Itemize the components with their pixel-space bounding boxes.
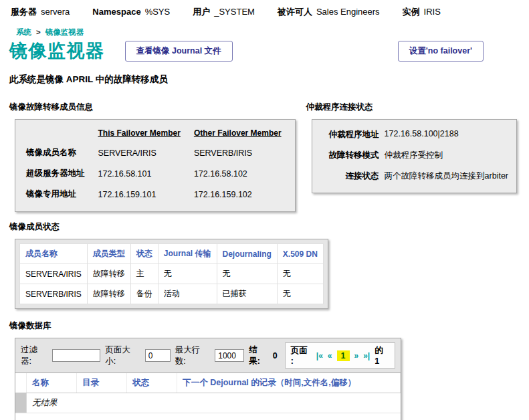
page-size-label: 页面大小: xyxy=(105,344,140,367)
topbar-user-value: _SYSTEM xyxy=(214,7,255,17)
table-row: 镜像成员名称 SERVERA/IRIS SERVERB/IRIS xyxy=(19,142,288,163)
failover-this-value: SERVERA/IRIS xyxy=(92,142,187,163)
topbar-instance-label: 实例 xyxy=(403,7,420,17)
member-col-status: 状态 xyxy=(130,244,158,264)
failover-this-value: 172.16.159.101 xyxy=(92,184,187,205)
member-col-dejournaling: Dejournaling xyxy=(217,244,277,264)
breadcrumb-separator-icon: > xyxy=(36,28,41,36)
topbar-namespace-label: Namespace xyxy=(92,7,140,17)
mirror-databases-title: 镜像数据库 xyxy=(9,320,529,332)
topbar-user-label: 用户 xyxy=(193,7,210,17)
member-col-type: 成员类型 xyxy=(87,244,130,264)
topbar-instance: 实例IRIS xyxy=(403,6,441,18)
db-col-next-dejournal-link[interactable]: 下一个 Dejournal 的记录（时间,文件名,偏移） xyxy=(183,378,356,387)
filter-label: 过滤器: xyxy=(21,344,47,367)
set-no-failover-button[interactable]: 设置'no failover' xyxy=(398,41,484,62)
page-title: 镜像监视器 xyxy=(9,39,105,63)
view-mirror-journal-button[interactable]: 查看镜像 Journal 文件 xyxy=(125,41,233,62)
member-col-status-link[interactable]: 状态 xyxy=(136,249,152,258)
failover-mode-value: 仲裁程序受控制 xyxy=(385,150,443,161)
db-col-status: 状态 xyxy=(127,373,177,393)
failover-row-label: 镜像成员名称 xyxy=(19,142,92,163)
arbiter-address-value: 172.16.58.100|2188 xyxy=(385,129,459,140)
member-status-cell: 主 xyxy=(130,264,158,284)
member-col-journal-transfer-link[interactable]: Journal 传输 xyxy=(164,249,211,258)
failover-corner-cell xyxy=(19,124,92,142)
member-col-x509-link[interactable]: X.509 DN xyxy=(283,249,318,259)
failover-mode-row: 故障转移模式 仲裁程序受控制 xyxy=(320,150,508,161)
topbar: 服务器servera Namespace%SYS 用户_SYSTEM 被许可人S… xyxy=(0,0,529,23)
member-status-section: 镜像成员状态 成员名称 成员类型 状态 Journal 传输 Dejournal… xyxy=(0,221,529,311)
topbar-instance-value: IRIS xyxy=(424,7,441,17)
page-label: 页面 : xyxy=(291,345,312,366)
page-of-total: 的 1 xyxy=(375,345,389,366)
failover-info-table: This Failover Member Other Failover Memb… xyxy=(19,124,288,205)
member-x509-cell: 无 xyxy=(277,264,323,284)
max-rows-input[interactable] xyxy=(215,349,244,362)
member-col-name-link[interactable]: 成员名称 xyxy=(25,249,58,258)
topbar-server-label: 服务器 xyxy=(11,7,37,17)
next-page-icon[interactable]: » xyxy=(354,351,359,360)
prev-page-icon[interactable]: « xyxy=(328,351,332,360)
member-col-type-link[interactable]: 成员类型 xyxy=(93,249,125,258)
arbiter-address-row: 仲裁程序地址 172.16.58.100|2188 xyxy=(320,129,508,140)
member-col-dejournaling-link[interactable]: Dejournaling xyxy=(223,249,272,259)
table-row: SERVERB/IRIS 故障转移 备份 活动 已捕获 无 xyxy=(20,284,324,304)
databases-header-row: 名称 目录 状态 下一个 Dejournal 的记录（时间,文件名,偏移） xyxy=(15,373,401,393)
breadcrumb-system-link[interactable]: 系统 xyxy=(16,28,31,36)
filter-input[interactable] xyxy=(52,349,100,362)
db-col-name: 名称 xyxy=(27,373,77,393)
failover-row-label: 超级服务器地址 xyxy=(19,163,92,184)
max-rows-label: 最大行数: xyxy=(175,344,211,367)
topbar-server: 服务器servera xyxy=(11,6,70,18)
failover-col-other: Other Failover Member xyxy=(187,124,288,142)
member-type-cell: 故障转移 xyxy=(87,284,130,304)
table-row: 镜像专用地址 172.16.159.101 172.16.159.102 xyxy=(19,184,288,205)
member-status-cell: 备份 xyxy=(130,284,158,304)
current-page-number: 1 xyxy=(337,350,350,361)
db-col-directory-link[interactable]: 目录 xyxy=(82,378,99,387)
arbiter-section: 仲裁程序连接状态 仲裁程序地址 172.16.58.100|2188 故障转移模… xyxy=(306,92,517,193)
failover-mode-label: 故障转移模式 xyxy=(320,150,379,161)
table-row: 超级服务器地址 172.16.58.101 172.16.58.102 xyxy=(19,163,288,184)
topbar-server-value: servera xyxy=(41,7,70,17)
member-status-table: 成员名称 成员类型 状态 Journal 传输 Dejournaling X.5… xyxy=(19,243,324,304)
member-status-title: 镜像成员状态 xyxy=(9,221,529,233)
table-row: SERVERA/IRIS 故障转移 主 无 无 无 xyxy=(20,264,324,284)
no-results-text: 无结果 xyxy=(27,393,401,413)
failover-col-this: This Failover Member xyxy=(92,124,187,142)
failover-this-value: 172.16.58.101 xyxy=(92,163,187,184)
member-col-x509: X.509 DN xyxy=(277,244,323,264)
connection-status-row: 连接状态 两个故障转移成员均连接到arbiter xyxy=(320,171,508,182)
breadcrumb-mirror-monitor-link[interactable]: 镜像监视器 xyxy=(45,28,84,36)
db-col-status-link[interactable]: 状态 xyxy=(132,378,149,387)
table-row: 无结果 xyxy=(15,393,401,413)
member-name-cell: SERVERB/IRIS xyxy=(20,284,88,304)
member-col-name: 成员名称 xyxy=(20,244,88,264)
member-x509-cell: 无 xyxy=(277,284,323,304)
first-page-icon[interactable]: |« xyxy=(316,351,323,360)
topbar-namespace: Namespace%SYS xyxy=(92,7,170,17)
mirror-databases-box: 过滤器: 页面大小: 最大行数: 结果: 0 页面 : |« « 1 » »| … xyxy=(15,338,401,420)
last-page-icon[interactable]: »| xyxy=(363,351,370,360)
failover-info-box: This Failover Member Other Failover Memb… xyxy=(15,119,296,212)
failover-row-label: 镜像专用地址 xyxy=(19,184,92,205)
databases-box-spacer xyxy=(15,413,401,420)
info-columns: 镜像故障转移成员信息 This Failover Member Other Fa… xyxy=(0,92,529,212)
db-col-next-dejournal: 下一个 Dejournal 的记录（时间,文件名,偏移） xyxy=(177,373,401,393)
pager: 页面 : |« « 1 » »| 的 1 xyxy=(285,342,395,369)
mirror-status-line: 此系统是镜像 APRIL 中的故障转移成员 xyxy=(9,74,529,86)
member-status-box: 成员名称 成员类型 状态 Journal 传输 Dejournaling X.5… xyxy=(15,239,328,309)
title-row: 镜像监视器 查看镜像 Journal 文件 设置'no failover' xyxy=(0,37,529,66)
member-col-journal-transfer: Journal 传输 xyxy=(158,244,217,264)
topbar-namespace-value: %SYS xyxy=(145,7,171,17)
arbiter-title: 仲裁程序连接状态 xyxy=(306,102,517,113)
db-col-name-link[interactable]: 名称 xyxy=(32,378,49,387)
results-count: 0 xyxy=(273,351,278,360)
failover-info-section: 镜像故障转移成员信息 This Failover Member Other Fa… xyxy=(9,92,296,212)
member-journal-transfer-cell: 活动 xyxy=(158,284,217,304)
page-size-input[interactable] xyxy=(145,349,171,362)
topbar-user: 用户_SYSTEM xyxy=(193,6,255,18)
select-column-header xyxy=(15,373,27,393)
connection-status-value: 两个故障转移成员均连接到arbiter xyxy=(385,171,508,182)
